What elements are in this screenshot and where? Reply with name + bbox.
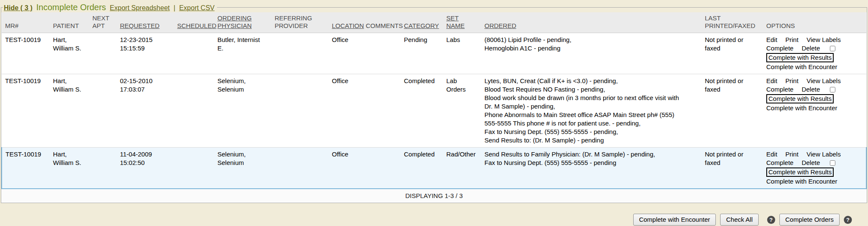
- column-header-options: OPTIONS: [763, 12, 866, 33]
- cell-scheduled: [174, 148, 214, 189]
- cell-location: Office: [328, 74, 362, 148]
- complete-link[interactable]: Complete: [766, 45, 793, 52]
- orders-table: MR# PATIENT NEXT APT REQUESTED SCHEDULED…: [1, 12, 867, 189]
- complete-with-results-link[interactable]: Complete with Results: [766, 94, 834, 103]
- cell-mr: TEST-10019: [2, 148, 50, 189]
- cell-ordering-physician: Selenium, Selenium: [214, 74, 271, 148]
- column-header-patient: PATIENT: [50, 12, 89, 33]
- order-select-checkbox[interactable]: [830, 87, 835, 92]
- order-row: TEST-10019 Hart, William S. 02-15-2010 1…: [2, 74, 866, 148]
- print-link[interactable]: Print: [785, 151, 798, 158]
- check-all-button[interactable]: Check All: [720, 214, 759, 226]
- cell-options: Edit Print View Labels Complete Delete C…: [763, 33, 866, 74]
- column-header-last-printed: LAST PRINTED/FAXED: [701, 12, 763, 33]
- cell-referring-provider: [271, 148, 328, 189]
- cell-comments: [362, 148, 401, 189]
- panel-legend: Hide ( 3 ) Incomplete Orders Export Spre…: [3, 3, 217, 12]
- cell-referring-provider: [271, 33, 328, 74]
- complete-with-results-link[interactable]: Complete with Results: [766, 167, 834, 177]
- column-header-set-name[interactable]: SET NAME: [443, 12, 481, 33]
- cell-referring-provider: [271, 74, 328, 148]
- delete-link[interactable]: Delete: [801, 86, 820, 93]
- cell-next-apt: [89, 74, 117, 148]
- column-header-ordering-physician[interactable]: ORDERING PHYSICIAN: [214, 12, 271, 33]
- column-header-scheduled[interactable]: SCHEDULED: [174, 12, 214, 33]
- complete-with-results-link[interactable]: Complete with Results: [766, 53, 834, 62]
- order-select-checkbox[interactable]: [830, 160, 835, 166]
- cell-patient: Hart, William S.: [50, 74, 89, 148]
- displaying-status: DISPLAYING 1-3 / 3: [1, 189, 867, 203]
- cell-comments: [362, 74, 401, 148]
- column-header-category[interactable]: CATEGORY: [401, 12, 443, 33]
- cell-next-apt: [89, 33, 117, 74]
- edit-link[interactable]: Edit: [766, 151, 777, 158]
- column-header-mr: MR#: [2, 12, 50, 33]
- cell-last-printed: Not printed or faxed: [701, 74, 763, 148]
- edit-link[interactable]: Edit: [766, 77, 777, 84]
- cell-ordering-physician: Butler, Internist E.: [214, 33, 271, 74]
- view-labels-link[interactable]: View Labels: [807, 151, 841, 158]
- column-header-location[interactable]: LOCATION: [328, 12, 362, 33]
- delete-link[interactable]: Delete: [801, 45, 820, 52]
- column-header-ordered[interactable]: ORDERED: [481, 12, 701, 33]
- order-select-checkbox[interactable]: [830, 46, 835, 51]
- complete-with-encounter-link[interactable]: Complete with Encounter: [766, 178, 837, 185]
- cell-last-printed: Not printed or faxed: [701, 33, 763, 74]
- footer-buttons: Complete with Encounter Check All ? Comp…: [0, 203, 868, 226]
- order-row: TEST-10019 Hart, William S. 12-23-2015 1…: [2, 33, 866, 74]
- order-row-selected: TEST-10019 Hart, William S. 11-04-2009 1…: [2, 148, 866, 189]
- cell-ordered: Lytes, BUN, Creat (Call if K+ is <3.0) -…: [481, 74, 701, 148]
- cell-scheduled: [174, 33, 214, 74]
- cell-patient: Hart, William S.: [50, 148, 89, 189]
- complete-orders-button[interactable]: Complete Orders: [779, 214, 840, 226]
- export-spreadsheet-link[interactable]: Export Spreadsheet: [110, 4, 170, 12]
- cell-last-printed: Not printed or faxed: [701, 148, 763, 189]
- cell-location: Office: [328, 33, 362, 74]
- column-header-referring-provider: REFERRING PROVIDER: [271, 12, 328, 33]
- panel-title: Incomplete Orders: [36, 3, 106, 12]
- complete-link[interactable]: Complete: [766, 159, 793, 166]
- hide-link[interactable]: Hide ( 3 ): [4, 4, 33, 12]
- cell-category: Pending: [401, 33, 443, 74]
- cell-next-apt: [89, 148, 117, 189]
- table-header-row: MR# PATIENT NEXT APT REQUESTED SCHEDULED…: [2, 12, 866, 33]
- cell-set-name: Labs: [443, 33, 481, 74]
- cell-set-name: Lab Orders: [443, 74, 481, 148]
- cell-ordered: (80061) Lipid Profile - pending, Hemoglo…: [481, 33, 701, 74]
- cell-set-name: Rad/Other: [443, 148, 481, 189]
- cell-category: Completed: [401, 148, 443, 189]
- cell-scheduled: [174, 74, 214, 148]
- help-icon[interactable]: ?: [767, 216, 775, 224]
- cell-patient: Hart, William S.: [50, 33, 89, 74]
- legend-divider: |: [174, 4, 175, 12]
- cell-mr: TEST-10019: [2, 74, 50, 148]
- complete-with-encounter-link[interactable]: Complete with Encounter: [766, 104, 837, 112]
- cell-options: Edit Print View Labels Complete Delete C…: [763, 74, 866, 148]
- column-header-requested[interactable]: REQUESTED: [117, 12, 174, 33]
- view-labels-link[interactable]: View Labels: [807, 36, 841, 43]
- column-header-next-apt: NEXT APT: [89, 12, 117, 33]
- edit-link[interactable]: Edit: [766, 36, 777, 43]
- cell-requested: 12-23-2015 15:15:59: [117, 33, 174, 74]
- cell-location: Office: [328, 148, 362, 189]
- cell-comments: [362, 33, 401, 74]
- view-labels-link[interactable]: View Labels: [807, 77, 841, 84]
- complete-link[interactable]: Complete: [766, 86, 793, 93]
- cell-category: Completed: [401, 74, 443, 148]
- complete-with-encounter-link[interactable]: Complete with Encounter: [766, 63, 837, 70]
- print-link[interactable]: Print: [785, 36, 798, 43]
- help-icon[interactable]: ?: [844, 216, 852, 224]
- cell-ordering-physician: Selenium, Selenium: [214, 148, 271, 189]
- cell-options: Edit Print View Labels Complete Delete C…: [763, 148, 866, 189]
- incomplete-orders-panel: Hide ( 3 ) Incomplete Orders Export Spre…: [1, 3, 867, 203]
- cell-requested: 11-04-2009 15:02:50: [117, 148, 174, 189]
- column-header-comments: COMMENTS: [362, 12, 401, 33]
- cell-requested: 02-15-2010 17:03:07: [117, 74, 174, 148]
- print-link[interactable]: Print: [785, 77, 798, 84]
- delete-link[interactable]: Delete: [801, 159, 820, 166]
- export-csv-link[interactable]: Export CSV: [179, 4, 215, 12]
- complete-with-encounter-button[interactable]: Complete with Encounter: [633, 214, 716, 226]
- cell-mr: TEST-10019: [2, 33, 50, 74]
- cell-ordered: Send Results to Family Physician: (Dr. M…: [481, 148, 701, 189]
